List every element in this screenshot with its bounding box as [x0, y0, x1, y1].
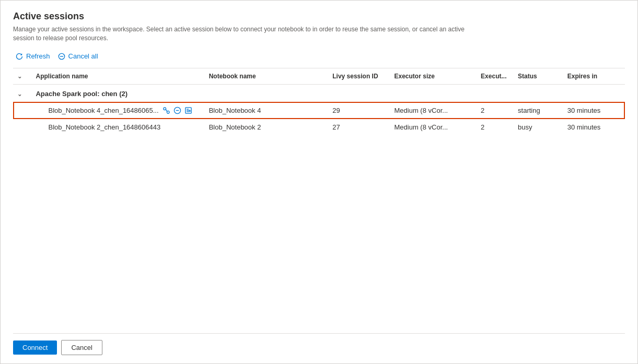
row1-status-cell: starting	[514, 102, 563, 119]
row2-appname-cell: Blob_Notebook 2_chen_1648606443	[31, 119, 204, 135]
row1-appname-container: Blob_Notebook 4_chen_16486065...	[36, 106, 200, 115]
col-header-executor-size: Executor size	[390, 68, 477, 85]
row1-expand-cell	[13, 102, 31, 119]
expand-all-chevron[interactable]: ⌄	[17, 73, 22, 80]
row2-execut-cell: 2	[477, 119, 514, 135]
row1-logs-icon-btn[interactable]	[184, 106, 193, 115]
row2-appname-text: Blob_Notebook 2_chen_1648606443	[36, 123, 160, 131]
dialog-subtitle: Manage your active sessions in the works…	[13, 25, 483, 43]
toolbar: Refresh Cancel all	[13, 50, 625, 68]
active-sessions-dialog: Active sessions Manage your active sessi…	[0, 0, 638, 364]
row1-livy-cell: 29	[328, 102, 390, 119]
refresh-icon	[15, 52, 24, 61]
cancel-all-label: Cancel all	[68, 52, 98, 60]
group-expand-cell: ⌄	[13, 84, 31, 102]
sessions-table: ⌄ Application name Notebook name Livy se…	[13, 68, 625, 135]
refresh-button[interactable]: Refresh	[13, 50, 55, 63]
col-header-status: Status	[514, 68, 563, 85]
svg-line-4	[166, 109, 167, 112]
row1-executor-size-cell: Medium (8 vCor...	[390, 102, 477, 119]
row1-notebook-cell: Blob_Notebook 4	[205, 102, 329, 119]
row1-action-icons	[162, 106, 193, 115]
cancel-all-icon	[57, 52, 66, 61]
col-header-execut: Execut...	[477, 68, 514, 85]
dialog-title: Active sessions	[13, 11, 625, 22]
footer: Connect Cancel	[13, 333, 625, 355]
row1-connect-icon-btn[interactable]	[162, 106, 171, 115]
group-row: ⌄ Apache Spark pool: chen (2)	[13, 84, 625, 102]
connect-button[interactable]: Connect	[13, 340, 57, 355]
refresh-label: Refresh	[26, 52, 50, 60]
table-header: ⌄ Application name Notebook name Livy se…	[13, 68, 625, 85]
row2-executor-size-cell: Medium (8 vCor...	[390, 119, 477, 135]
row2-livy-cell: 27	[328, 119, 390, 135]
row1-appname-cell: Blob_Notebook 4_chen_16486065...	[31, 102, 204, 119]
table-row[interactable]: Blob_Notebook 4_chen_16486065...	[13, 102, 625, 119]
col-header-expand: ⌄	[13, 68, 31, 85]
col-header-notebook: Notebook name	[205, 68, 329, 85]
row1-appname-text: Blob_Notebook 4_chen_16486065...	[36, 107, 158, 114]
row1-cancel-icon-btn[interactable]	[173, 106, 182, 115]
col-header-livy: Livy session ID	[328, 68, 390, 85]
group-name-cell: Apache Spark pool: chen (2)	[31, 84, 625, 102]
row2-expand-cell	[13, 119, 31, 135]
row2-notebook-cell: Blob_Notebook 2	[205, 119, 329, 135]
cancel-all-button[interactable]: Cancel all	[55, 50, 103, 63]
col-header-expires: Expires in	[563, 68, 625, 85]
row2-status-cell: busy	[514, 119, 563, 135]
row1-execut-cell: 2	[477, 102, 514, 119]
group-chevron[interactable]: ⌄	[17, 91, 22, 98]
table-container: ⌄ Application name Notebook name Livy se…	[13, 68, 625, 333]
table-row[interactable]: Blob_Notebook 2_chen_1648606443 Blob_Not…	[13, 119, 625, 135]
row2-expires-cell: 30 minutes	[563, 119, 625, 135]
col-header-appname: Application name	[31, 68, 204, 85]
row1-expires-cell: 30 minutes	[563, 102, 625, 119]
cancel-button[interactable]: Cancel	[61, 340, 102, 355]
table-body: ⌄ Apache Spark pool: chen (2) Blob_Noteb…	[13, 84, 625, 135]
